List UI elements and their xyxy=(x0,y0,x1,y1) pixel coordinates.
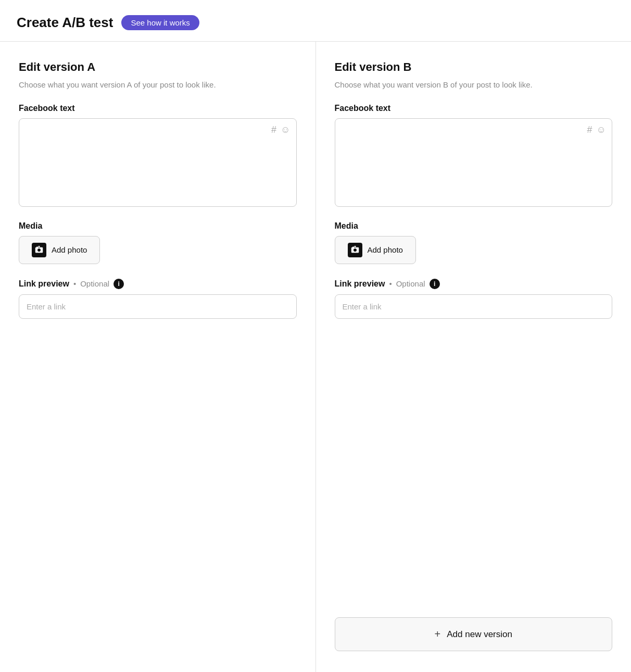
add-new-version-plus-icon: + xyxy=(435,628,441,640)
version-a-column: Edit version A Choose what you want vers… xyxy=(0,42,316,672)
version-a-facebook-textarea[interactable] xyxy=(19,118,297,207)
version-b-textarea-icons: # ☺ xyxy=(587,125,606,135)
version-b-hashtag-icon[interactable]: # xyxy=(587,125,592,135)
version-b-info-icon[interactable]: i xyxy=(430,279,440,289)
emoji-icon[interactable]: ☺ xyxy=(281,125,290,135)
version-b-optional-label: Optional xyxy=(396,279,425,288)
version-b-facebook-textarea[interactable] xyxy=(335,118,613,207)
version-b-media-label: Media xyxy=(335,221,613,231)
version-b-dot-separator: • xyxy=(389,279,392,288)
version-b-link-preview-row: Link preview • Optional i xyxy=(335,279,613,289)
page-header: Create A/B test See how it works xyxy=(0,0,631,42)
version-a-photo-icon xyxy=(32,243,46,257)
version-b-textarea-wrapper: # ☺ xyxy=(335,118,613,209)
version-b-link-preview-label: Link preview xyxy=(335,279,385,289)
version-b-emoji-icon[interactable]: ☺ xyxy=(597,125,606,135)
svg-point-5 xyxy=(354,248,357,252)
version-a-media-label: Media xyxy=(19,221,297,231)
version-b-media-section: Media Add photo xyxy=(335,221,613,264)
version-a-optional-label: Optional xyxy=(80,279,109,288)
version-a-textarea-icons: # ☺ xyxy=(271,125,290,135)
version-b-add-photo-label: Add photo xyxy=(368,245,403,254)
version-a-link-preview-row: Link preview • Optional i xyxy=(19,279,297,289)
version-b-heading: Edit version B xyxy=(335,60,613,74)
add-new-version-button[interactable]: + Add new version xyxy=(335,617,613,651)
add-new-version-label: Add new version xyxy=(447,629,512,640)
page-title: Create A/B test xyxy=(17,15,113,31)
version-a-info-icon[interactable]: i xyxy=(113,279,124,289)
version-b-photo-icon xyxy=(348,243,362,257)
version-a-heading: Edit version A xyxy=(19,60,297,74)
version-a-textarea-wrapper: # ☺ xyxy=(19,118,297,209)
svg-rect-3 xyxy=(39,246,40,247)
version-a-link-preview-label: Link preview xyxy=(19,279,69,289)
version-a-add-photo-label: Add photo xyxy=(52,245,87,254)
version-b-description: Choose what you want version B of your p… xyxy=(335,79,613,91)
version-a-add-photo-button[interactable]: Add photo xyxy=(19,236,100,264)
version-a-facebook-text-label: Facebook text xyxy=(19,104,297,113)
svg-point-1 xyxy=(37,248,41,252)
version-a-dot-separator: • xyxy=(73,279,76,288)
version-b-column: Edit version B Choose what you want vers… xyxy=(316,42,632,672)
see-how-it-works-button[interactable]: See how it works xyxy=(121,15,199,30)
version-b-facebook-text-label: Facebook text xyxy=(335,104,613,113)
columns-wrapper: Edit version A Choose what you want vers… xyxy=(0,42,631,672)
svg-rect-2 xyxy=(36,246,38,247)
version-a-media-section: Media Add photo xyxy=(19,221,297,264)
version-a-link-input[interactable] xyxy=(19,294,297,319)
hashtag-icon[interactable]: # xyxy=(271,125,276,135)
svg-rect-7 xyxy=(354,246,356,247)
svg-rect-6 xyxy=(352,246,354,247)
version-a-description: Choose what you want version A of your p… xyxy=(19,79,297,91)
version-b-link-input[interactable] xyxy=(335,294,613,319)
version-b-add-photo-button[interactable]: Add photo xyxy=(335,236,416,264)
